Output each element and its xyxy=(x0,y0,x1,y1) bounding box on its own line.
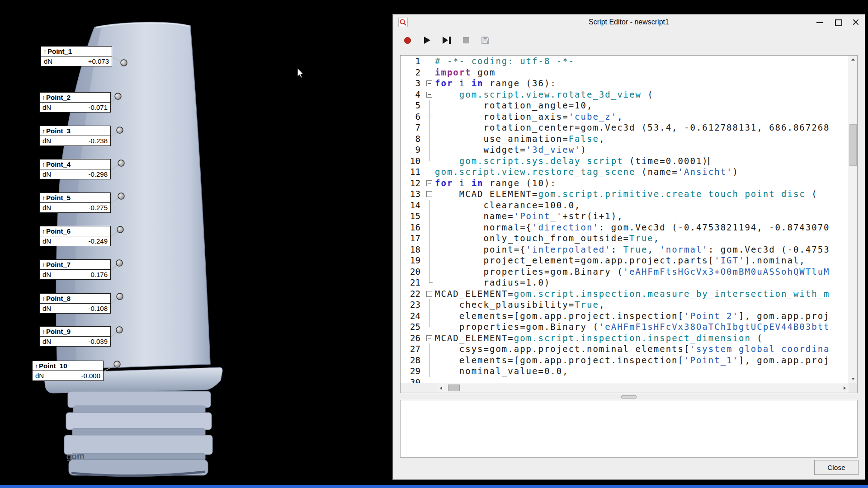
stop-button[interactable] xyxy=(458,33,473,47)
scroll-right-arrow[interactable] xyxy=(840,383,849,393)
code-line-28[interactable]: 28 elements=[gom.app.project.inspection[… xyxy=(401,355,849,366)
code-text: normal={'direction': gom.Vec3d (-0.47538… xyxy=(435,222,830,233)
code-line-13[interactable]: 13 MCAD_ELEMENT=gom.script.primitive.cre… xyxy=(401,188,849,200)
vertical-scrollbar[interactable] xyxy=(849,56,857,383)
direction-arrow-icon: ↑ xyxy=(43,48,47,55)
horizontal-scroll-track[interactable] xyxy=(445,383,840,393)
code-line-26[interactable]: 26MCAD_ELEMENT=gom.script.inspection.ins… xyxy=(401,333,849,344)
point-param: dN xyxy=(42,204,51,211)
point-value: -0.071 xyxy=(88,103,108,111)
point-marker xyxy=(115,93,121,99)
code-line-14[interactable]: 14 clearance=100.0, xyxy=(401,200,849,211)
code-line-15[interactable]: 15 name='Point_'+str(i+1), xyxy=(401,211,849,222)
code-line-7[interactable]: 7 rotation_center=gom.Vec3d (53.4, -0.61… xyxy=(401,122,849,133)
window-title: Script Editor - newscript1 xyxy=(393,18,865,26)
script-editor-window: Script Editor - newscript1 xyxy=(392,14,865,480)
point-label-point_7[interactable]: ↑Point_7dN-0.176 xyxy=(39,259,111,280)
close-window-button[interactable] xyxy=(851,18,860,27)
code-line-19[interactable]: 19 project_element=gom.app.project.parts… xyxy=(401,255,849,266)
point-label-point_9[interactable]: ↑Point_9dN-0.039 xyxy=(39,326,111,347)
code-line-9[interactable]: 9 widget='3d_view') xyxy=(401,144,849,155)
line-number: 18 xyxy=(401,244,425,255)
fold-collapse-icon[interactable] xyxy=(425,333,435,344)
vertical-scroll-thumb[interactable] xyxy=(849,124,857,166)
line-number: 24 xyxy=(401,310,425,322)
fold-collapse-icon[interactable] xyxy=(425,78,435,89)
point-marker xyxy=(116,327,123,333)
point-marker xyxy=(114,361,120,367)
point-name: ↑Point_4 xyxy=(40,160,110,169)
run-button[interactable] xyxy=(420,33,434,47)
point-value: -0.108 xyxy=(88,305,108,312)
code-line-23[interactable]: 23 check_plausibility=True, xyxy=(401,299,849,310)
maximize-button[interactable] xyxy=(833,18,842,27)
point-label-point_10[interactable]: ↑Point_10dN-0.000 xyxy=(32,361,104,381)
fold-gutter xyxy=(425,355,435,366)
fold-gutter xyxy=(425,366,435,377)
code-line-29[interactable]: 29 nominal_value=0.0, xyxy=(401,366,849,377)
fold-collapse-icon[interactable] xyxy=(425,288,435,300)
code-line-25[interactable]: 25 properties=gom.Binary ('eAHFmF1sHFcVx… xyxy=(401,321,849,333)
code-line-4[interactable]: 4 gom.script.view.rotate_3d_view ( xyxy=(401,89,849,100)
horizontal-scrollbar[interactable] xyxy=(401,383,849,393)
line-number: 10 xyxy=(401,155,425,167)
code-line-12[interactable]: 12for i in range (10): xyxy=(401,178,849,189)
fold-collapse-icon[interactable] xyxy=(425,89,435,100)
code-line-22[interactable]: 22MCAD_ELEMENT=gom.script.inspection.mea… xyxy=(401,288,849,300)
code-line-10[interactable]: 10 gom.script.sys.delay_script (time=0.0… xyxy=(401,155,849,167)
point-param: dN xyxy=(42,305,51,312)
code-line-24[interactable]: 24 elements=[gom.app.project.inspection[… xyxy=(401,310,849,322)
point-name: ↑Point_10 xyxy=(33,361,103,371)
record-button[interactable] xyxy=(400,33,415,47)
code-line-20[interactable]: 20 properties=gom.Binary ('eAHFmFtsHGcVx… xyxy=(401,266,849,277)
scroll-down-arrow[interactable] xyxy=(849,375,857,383)
code-line-17[interactable]: 17 only_touch_from_outside=True, xyxy=(401,233,849,244)
code-text: rotation_axis='cube_z', xyxy=(435,111,623,122)
scroll-up-arrow[interactable] xyxy=(849,56,857,63)
point-param: dN xyxy=(42,103,51,111)
point-label-point_4[interactable]: ↑Point_4dN-0.298 xyxy=(39,159,111,179)
code-text: rotation_center=gom.Vec3d (53.4, -0.6127… xyxy=(435,122,830,133)
point-label-point_1[interactable]: ↑Point_1dN+0.073 xyxy=(41,46,112,66)
point-label-point_5[interactable]: ↑Point_5dN-0.275 xyxy=(39,192,111,213)
scrollbar-corner xyxy=(849,383,857,393)
point-label-point_6[interactable]: ↑Point_6dN-0.249 xyxy=(39,226,111,246)
point-param: dN xyxy=(42,237,51,245)
code-line-30[interactable]: 30 xyxy=(401,377,849,383)
minimize-button[interactable] xyxy=(815,18,824,27)
code-line-1[interactable]: 1# -*- coding: utf-8 -*- xyxy=(401,56,849,67)
fold-collapse-icon[interactable] xyxy=(425,188,435,200)
splitter-grip-icon[interactable] xyxy=(621,395,637,399)
point-label-point_3[interactable]: ↑Point_3dN-0.238 xyxy=(39,126,111,146)
horizontal-scroll-thumb[interactable] xyxy=(448,385,460,391)
code-lines: 1# -*- coding: utf-8 -*-2import gom3for … xyxy=(401,56,849,383)
direction-arrow-icon: ↑ xyxy=(42,194,45,202)
point-label-point_2[interactable]: ↑Point_2dN-0.071 xyxy=(39,92,111,113)
code-text: clearance=100.0, xyxy=(435,200,581,211)
line-number: 4 xyxy=(401,89,425,100)
code-line-21[interactable]: 21 radius=1.0) xyxy=(401,277,849,288)
step-button[interactable] xyxy=(439,33,454,47)
scroll-left-arrow[interactable] xyxy=(437,383,445,393)
fold-collapse-icon[interactable] xyxy=(425,178,435,189)
splitter[interactable] xyxy=(400,395,858,399)
fold-gutter xyxy=(425,277,435,288)
code-line-6[interactable]: 6 rotation_axis='cube_z', xyxy=(401,111,849,122)
code-line-8[interactable]: 8 use_animation=False, xyxy=(401,133,849,145)
output-panel[interactable] xyxy=(400,400,858,458)
code-editor[interactable]: 1# -*- coding: utf-8 -*-2import gom3for … xyxy=(400,55,858,393)
code-line-11[interactable]: 11gom.script.view.restore_tag_scene (nam… xyxy=(401,166,849,178)
code-line-27[interactable]: 27 csys=gom.app.project.nominal_elements… xyxy=(401,343,849,355)
code-line-18[interactable]: 18 point={'interpolated': True, 'normal'… xyxy=(401,244,849,255)
code-line-16[interactable]: 16 normal={'direction': gom.Vec3d (-0.47… xyxy=(401,222,849,233)
save-button[interactable] xyxy=(478,33,493,47)
code-text: use_animation=False, xyxy=(435,133,605,145)
code-line-3[interactable]: 3for i in range (36): xyxy=(401,78,849,89)
titlebar[interactable]: Script Editor - newscript1 xyxy=(393,14,865,30)
close-button[interactable]: Close xyxy=(814,460,859,475)
code-line-2[interactable]: 2import gom xyxy=(401,67,849,78)
direction-arrow-icon: ↑ xyxy=(42,94,45,101)
point-label-point_8[interactable]: ↑Point_8dN-0.108 xyxy=(39,293,111,314)
code-line-5[interactable]: 5 rotation_angle=10, xyxy=(401,100,849,111)
point-value: -0.238 xyxy=(88,137,108,145)
